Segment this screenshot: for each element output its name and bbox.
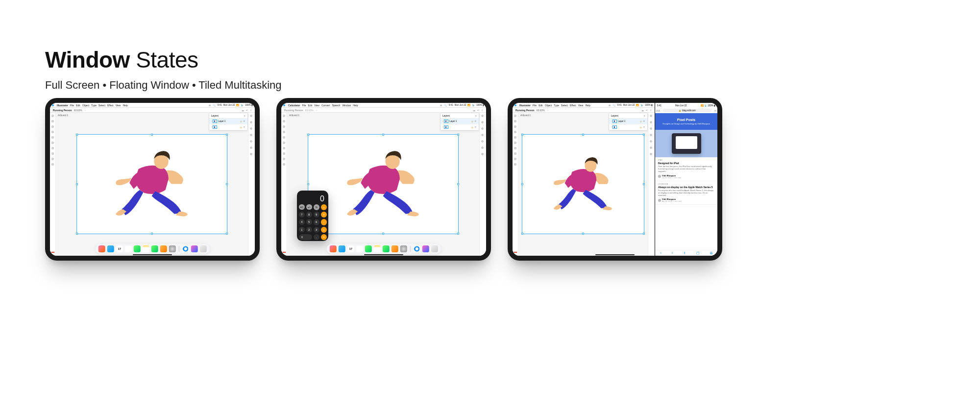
- layer-row[interactable]: ›Layer 1🔒👁: [209, 119, 247, 124]
- selection-handle[interactable]: [457, 183, 459, 185]
- multitask-icon[interactable]: ⊞: [209, 104, 211, 107]
- dock-app-messages[interactable]: [383, 245, 390, 252]
- layer-expand-icon[interactable]: ›: [611, 126, 612, 128]
- menu-edit[interactable]: Edit: [539, 104, 543, 107]
- search-icon[interactable]: 🔍: [444, 104, 447, 107]
- share-icon[interactable]: ⇧: [250, 109, 252, 112]
- cloud-icon[interactable]: ☁︎: [242, 109, 244, 112]
- forward-icon[interactable]: ›: [672, 251, 673, 255]
- menu-window[interactable]: Window: [342, 104, 351, 107]
- dock-app-messages[interactable]: [151, 245, 158, 252]
- calc-key-1[interactable]: 1: [299, 227, 305, 233]
- calc-key-8[interactable]: 8: [306, 212, 312, 218]
- calc-key-5[interactable]: 5: [306, 219, 312, 225]
- tool-direct[interactable]: [514, 120, 517, 123]
- dock-app-settings[interactable]: [400, 245, 407, 252]
- layer-lock-icon[interactable]: 🔒: [639, 126, 642, 128]
- calc-key-×[interactable]: ×: [321, 212, 327, 218]
- dock-recent-safari[interactable]: [413, 245, 420, 252]
- layer-visibility-icon[interactable]: 👁: [243, 120, 245, 122]
- share-icon[interactable]: ⇧: [481, 109, 483, 112]
- tool-type[interactable]: [283, 131, 286, 134]
- menu-file[interactable]: File: [533, 104, 537, 107]
- multitask-icon[interactable]: ⊞: [609, 104, 611, 107]
- layer-visibility-icon[interactable]: 👁: [643, 120, 645, 122]
- panel-swatches-icon[interactable]: [650, 127, 653, 131]
- panel-brushes-icon[interactable]: [481, 134, 485, 137]
- menu-help[interactable]: Help: [122, 104, 127, 107]
- calc-key-÷[interactable]: ÷: [321, 204, 327, 210]
- share-icon[interactable]: ⇧: [683, 251, 686, 255]
- panel-symbols-icon[interactable]: [650, 140, 653, 144]
- tool-brush[interactable]: [51, 147, 54, 150]
- tool-ellipse[interactable]: [283, 142, 286, 145]
- panel-pathfinder-icon[interactable]: [250, 153, 253, 156]
- home-indicator[interactable]: [133, 254, 172, 255]
- dock-recent-shortcuts[interactable]: [191, 245, 197, 252]
- tool-type[interactable]: [514, 131, 517, 134]
- layer-lock-icon[interactable]: 🔒: [471, 126, 473, 128]
- panel-symbols-icon[interactable]: [481, 140, 485, 144]
- layer-expand-icon[interactable]: ›: [611, 120, 612, 122]
- calc-key-AC[interactable]: AC: [299, 204, 305, 210]
- zoom-level[interactable]: 63.63%: [537, 109, 545, 112]
- reload-icon[interactable]: ⟳: [714, 109, 716, 112]
- zoom-level[interactable]: 63.63%: [305, 109, 314, 112]
- calc-key-2[interactable]: 2: [306, 227, 312, 233]
- tool-select[interactable]: [514, 115, 517, 118]
- search-icon[interactable]: 🔍: [213, 104, 216, 107]
- menu-view[interactable]: View: [578, 104, 584, 107]
- tool-select[interactable]: [283, 115, 286, 118]
- multitask-icon[interactable]: ⊞: [440, 104, 442, 107]
- dock-app-books[interactable]: [160, 245, 167, 252]
- calc-key-3[interactable]: 3: [314, 227, 319, 233]
- add-layer-icon[interactable]: +: [475, 114, 477, 117]
- panel-swatches-icon[interactable]: [481, 127, 485, 131]
- tool-erase[interactable]: [283, 152, 286, 155]
- menu-speech[interactable]: Speech: [332, 104, 340, 107]
- panel-align-icon[interactable]: [481, 146, 485, 150]
- selection-handle[interactable]: [151, 233, 153, 235]
- selection-handle[interactable]: [582, 134, 584, 136]
- article-card[interactable]: UI DESIGNAlways on display on the Apple …: [655, 181, 717, 205]
- window-traffic-light[interactable]: [52, 104, 54, 106]
- layer-lock-icon[interactable]: 🔒: [240, 120, 242, 122]
- home-indicator[interactable]: [364, 254, 403, 255]
- layer-expand-icon[interactable]: ›: [442, 126, 443, 128]
- layer-row[interactable]: ›🔒👁: [209, 124, 247, 130]
- menu-convert[interactable]: Convert: [321, 104, 330, 107]
- artboard[interactable]: [77, 135, 227, 234]
- tool-gradient[interactable]: [51, 158, 54, 161]
- tool-erase[interactable]: [51, 152, 54, 155]
- dock-app-notes[interactable]: [374, 245, 381, 252]
- selection-handle[interactable]: [76, 183, 78, 185]
- selection-handle[interactable]: [76, 134, 78, 136]
- layer-lock-icon[interactable]: 🔒: [639, 120, 642, 122]
- tool-direct[interactable]: [283, 120, 286, 123]
- undo-icon[interactable]: ↶: [246, 109, 248, 112]
- article-card[interactable]: IPADDesigned for iPadOver the last few y…: [655, 157, 717, 181]
- panel-brushes-icon[interactable]: [650, 134, 653, 137]
- selection-handle[interactable]: [307, 134, 309, 136]
- selection-handle[interactable]: [382, 233, 384, 235]
- url-bar[interactable]: 🔒 blog.vidit.com: [663, 109, 711, 112]
- tool-direct[interactable]: [51, 120, 54, 123]
- selection-handle[interactable]: [226, 134, 228, 136]
- dock-app-calendar[interactable]: 17: [116, 245, 123, 252]
- undo-icon[interactable]: ↶: [477, 109, 479, 112]
- color-swatch[interactable]: [51, 252, 54, 253]
- selection-handle[interactable]: [382, 134, 384, 136]
- dock-app-illustrator[interactable]: [330, 245, 337, 252]
- panel-pathfinder-icon[interactable]: [481, 153, 485, 156]
- menu-edit[interactable]: Edit: [308, 104, 313, 107]
- calc-key-%[interactable]: %: [314, 204, 319, 210]
- calc-key-6[interactable]: 6: [314, 219, 319, 225]
- dock-recent-launchpad[interactable]: [431, 245, 438, 252]
- calc-key-9[interactable]: 9: [314, 212, 319, 218]
- menu-effect[interactable]: Effect: [570, 104, 576, 107]
- selection-handle[interactable]: [643, 183, 645, 185]
- menu-help[interactable]: Help: [353, 104, 358, 107]
- dock-app-files[interactable]: [339, 245, 345, 252]
- tool-gradient[interactable]: [514, 158, 517, 161]
- dock-app-reminders[interactable]: [356, 245, 363, 252]
